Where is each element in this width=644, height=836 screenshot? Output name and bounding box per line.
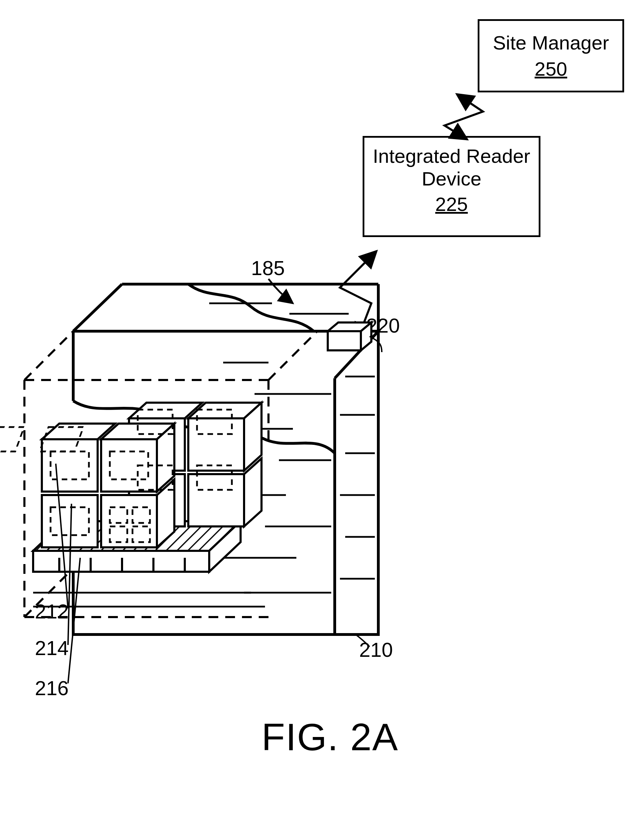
figure-diagram <box>0 0 644 836</box>
svg-line-7 <box>268 331 317 380</box>
wireless-link-1 <box>445 94 483 139</box>
leader-185 <box>268 279 293 303</box>
carton-stack <box>42 403 262 547</box>
svg-line-11 <box>73 284 122 331</box>
svg-rect-52 <box>0 427 24 451</box>
svg-line-3 <box>25 331 73 380</box>
tag-220 <box>328 322 371 350</box>
